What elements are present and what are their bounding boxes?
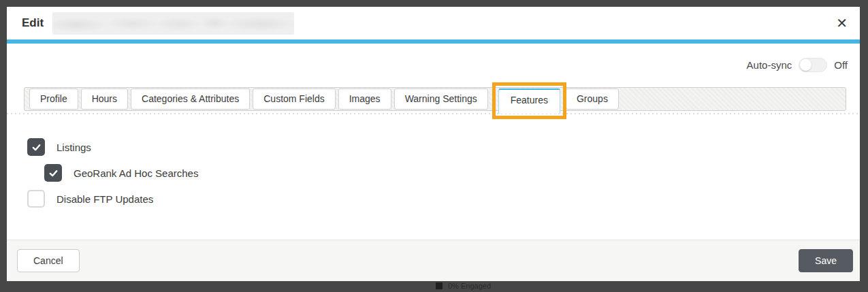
autosync-control: Auto-sync Off [747, 58, 848, 72]
save-button[interactable]: Save [799, 249, 853, 272]
checkbox-row-disable-ftp: Disable FTP Updates [27, 190, 198, 208]
tab-bar: Profile Hours Categories & Attributes Cu… [24, 87, 846, 111]
legend-label: 0% Engaged [448, 282, 491, 290]
tab-images[interactable]: Images [338, 88, 391, 110]
listings-checkbox[interactable] [27, 138, 45, 156]
autosync-label: Auto-sync [747, 59, 792, 71]
checkmark-icon [31, 142, 42, 152]
checkbox-label: GeoRank Ad Hoc Searches [74, 167, 198, 179]
checkbox-label: Disable FTP Updates [57, 193, 153, 205]
dialog-header: Edit ✕ [7, 7, 860, 39]
tab-profile[interactable]: Profile [29, 88, 78, 110]
cancel-button[interactable]: Cancel [17, 249, 80, 272]
tab-categories-attributes[interactable]: Categories & Attributes [131, 88, 250, 110]
tab-hours[interactable]: Hours [81, 88, 128, 110]
edit-dialog: Edit ✕ Auto-sync Off Profile Hours Categ… [7, 7, 860, 281]
tab-warning-settings[interactable]: Warning Settings [394, 88, 488, 110]
close-icon[interactable]: ✕ [836, 16, 848, 30]
autosync-toggle[interactable] [799, 58, 827, 72]
autosync-state: Off [834, 59, 848, 71]
georank-checkbox[interactable] [44, 164, 62, 182]
features-checkbox-group: Listings GeoRank Ad Hoc Searches Disable… [27, 138, 198, 216]
dotted-separator [7, 113, 860, 114]
tab-features[interactable]: Features [498, 88, 560, 114]
tab-custom-fields[interactable]: Custom Fields [253, 88, 335, 110]
dialog-title: Edit [22, 16, 44, 30]
dialog-body: Auto-sync Off Profile Hours Categories &… [7, 44, 860, 240]
dialog-footer: Cancel Save [7, 240, 860, 281]
toggle-knob-icon [800, 59, 811, 71]
tab-groups[interactable]: Groups [566, 88, 619, 110]
legend-swatch [436, 282, 443, 289]
checkmark-icon [48, 168, 59, 178]
redacted-entity-name [52, 12, 294, 35]
checkbox-label: Listings [57, 142, 91, 153]
tab-features-label: Features [511, 95, 548, 106]
disable-ftp-checkbox[interactable] [27, 190, 45, 208]
checkbox-row-listings: Listings [27, 138, 198, 156]
background-page-peek: 0% Engaged [0, 281, 868, 292]
checkbox-row-georank: GeoRank Ad Hoc Searches [44, 164, 198, 182]
